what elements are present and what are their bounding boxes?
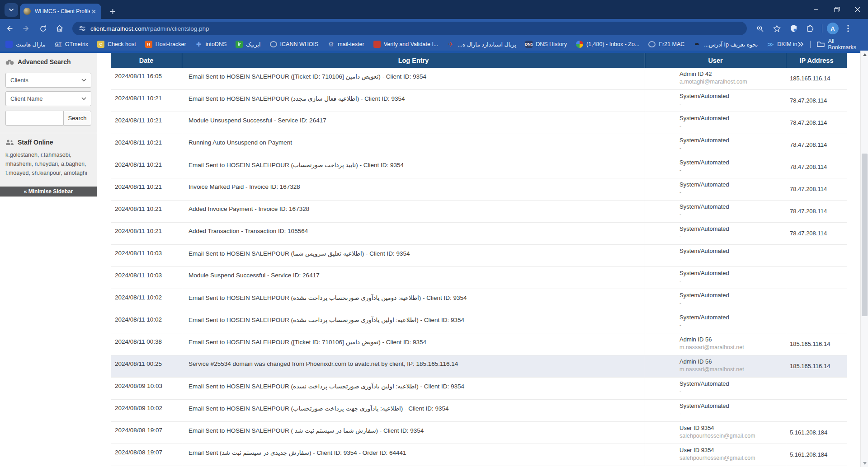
log-entry: Email Sent to HOSEIN SALEHPOUR ([Ticket … [182,333,645,355]
bookmark-item[interactable]: ✚ intoDNS [195,41,227,48]
log-user-name: User ID 9354 [679,425,784,431]
log-ip-address: 78.47.208.114 [786,112,847,134]
bookmark-item[interactable]: Verify and Validate I... [373,41,439,48]
log-entry: Email Sent (سفارش جدیدی در سیستم ثبت شد)… [182,444,645,466]
zoom-icon[interactable] [753,21,767,36]
log-ip-address [786,378,847,399]
all-bookmarks-button[interactable]: All Bookmarks [817,38,863,51]
profile-avatar[interactable]: A [827,23,839,34]
extensions-puzzle-icon[interactable] [803,21,817,36]
scroll-up-arrow[interactable] [861,51,868,58]
search-type-select[interactable]: Clients [5,73,91,88]
chevron-down-icon [81,97,86,100]
menu-kebab-icon[interactable] [841,21,855,36]
bookmark-item[interactable]: ⚙ mail-tester [327,41,364,48]
log-user-name: Admin ID 56 [679,358,784,365]
bookmark-item[interactable]: ✈ پرتال استاندارد مارال ه... [447,41,516,48]
all-bookmarks-label: All Bookmarks [828,38,863,51]
bookmark-item[interactable]: ≫ DKIM install [767,41,797,48]
log-user-sub: - [679,388,784,395]
staff-online-panel: Staff Online k.golestaneh, r.tahmasebi, … [0,133,97,182]
forward-button[interactable] [19,21,33,36]
log-table-row: 2024/08/11 10:21 Email Sent to HOSEIN SA… [111,90,847,112]
bookmark-label: mail-tester [338,41,364,47]
close-button[interactable] [847,0,868,19]
home-button[interactable] [52,21,67,36]
log-user-name: System/Automated [679,115,784,121]
reload-button[interactable] [36,21,50,36]
bookmark-item[interactable]: (1,480) - Inbox - Zo... [576,41,639,48]
new-tab-button[interactable] [107,5,118,17]
tab-search-button[interactable] [5,3,18,17]
log-table-row: 2024/08/11 16:05 Email Sent to HOSEIN SA… [111,68,847,90]
bookmark-label: DKIM install [777,41,797,47]
bookmark-star-icon[interactable] [769,21,784,36]
log-table-row: 2024/08/11 00:38 Email Sent to HOSEIN SA… [111,333,847,355]
log-entry: Module Suspend Successful - Service ID: … [182,267,645,289]
page-scrollbar[interactable] [860,51,868,467]
bookmark-item[interactable]: DNS DNS History [525,41,567,48]
log-table-row: 2024/08/11 10:21 Added Invoice Payment -… [111,201,847,223]
bookmark-label: Host-tracker [156,41,186,47]
people-icon [5,140,14,145]
verify-lock-favicon [373,41,381,48]
url-text: client.maralhost.com/rpadmin/clientslog.… [90,25,209,32]
log-ip-address: 185.165.116.14 [786,355,847,377]
intodns-favicon: ✚ [195,41,203,48]
log-ip-address [786,289,847,311]
search-input[interactable] [5,111,63,126]
scrollbar-thumb[interactable] [862,154,868,316]
restore-button[interactable] [826,0,847,19]
log-user-sub: - [679,189,784,196]
log-user-name: System/Automated [679,402,784,409]
icann-globe-favicon [270,41,277,47]
log-entry: Email Sent to HOSEIN SALEHPOUR (تایید پر… [182,156,645,178]
log-date: 2024/08/09 10:03 [111,378,182,399]
log-user: Admin ID 56 m.nassari@maralhost.net [645,333,786,355]
log-user-name: System/Automated [679,248,784,254]
bookmark-item[interactable]: مارال هاست [5,41,46,48]
log-user-sub: - [679,322,784,328]
hosttracker-favicon: H [145,41,152,48]
tab-close-icon[interactable] [90,8,98,15]
log-entry: Email Sent to HOSEIN SALEHPOUR (اطلاعیه:… [182,378,645,399]
fr21-globe-favicon [648,41,656,47]
minimize-button[interactable] [806,0,826,19]
log-table-row: 2024/08/08 19:07 Email Sent to HOSEIN SA… [111,422,847,444]
log-user-name: System/Automated [679,314,784,321]
search-field-select[interactable]: Client Name [5,91,91,106]
bookmark-item[interactable]: ✒ نحوه تعریف Ip آدرس... [693,41,758,48]
staff-online-title: Staff Online [18,139,53,146]
log-user-name: System/Automated [679,181,784,188]
log-ip-address: 78.47.208.114 [786,178,847,200]
log-user-sub: a.motaghi@maralhost.com [679,79,784,85]
bookmark-item[interactable]: ir ایرنیک [236,41,260,48]
shield-extension-icon[interactable] [786,21,801,36]
log-entry: Added Transaction - Transaction ID: 1055… [182,223,645,244]
scroll-down-arrow[interactable] [861,459,868,467]
url-host: client.maralhost.com [90,25,146,32]
log-table-row: 2024/08/11 00:25 Service #25534 domain w… [111,355,847,378]
bookmark-label: intoDNS [206,41,227,47]
log-date: 2024/08/09 10:02 [111,400,182,421]
bookmark-item[interactable]: H Host-tracker [145,41,186,48]
bookmark-item[interactable]: GT GTmetrix [55,41,88,48]
bookmarks-overflow-chevron[interactable] [797,42,804,47]
bookmark-item[interactable]: C Check host [97,41,136,48]
log-user-name: System/Automated [679,292,784,299]
address-bar[interactable]: client.maralhost.com/rpadmin/clientslog.… [72,22,747,35]
search-row: Search [5,111,91,126]
site-settings-icon[interactable] [79,25,86,32]
admin-sidebar: Advanced Search Clients Client Name Sear… [0,53,97,467]
log-user: System/Automated - [645,134,786,156]
bookmark-label: مارال هاست [16,41,46,48]
bookmark-item[interactable]: ICANN WHOIS [270,41,319,47]
minimise-sidebar-button[interactable]: « Minimise Sidebar [0,187,97,196]
tab-whmcs-client-profile[interactable]: WHMCS - Client Profile [20,4,101,19]
log-date: 2024/08/11 10:21 [111,134,182,156]
log-user-sub: - [679,123,784,129]
bookmark-item[interactable]: Fr21 MAC [648,41,684,47]
back-button[interactable] [2,21,17,36]
search-button[interactable]: Search [63,111,91,126]
log-date: 2024/08/11 10:21 [111,223,182,244]
